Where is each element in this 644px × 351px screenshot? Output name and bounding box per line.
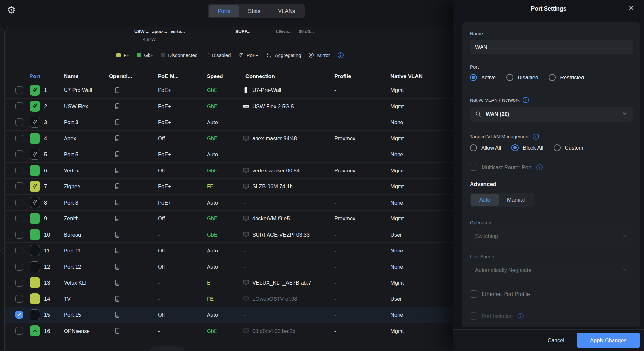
table-footer-pill[interactable] [150,346,184,351]
legend-item-aggregating: Aggregating [266,52,301,58]
operation-value: Switching [475,233,498,239]
column-header-nativevlan[interactable]: Native VLAN [390,73,423,79]
row-checkbox[interactable] [15,279,23,287]
radio-dot [554,144,561,151]
tab-vlans[interactable]: VLANs [269,5,304,17]
row-checkbox[interactable] [15,150,23,158]
ethernet-port-profile-checkbox[interactable]: Ethernet Port Profile [470,290,633,298]
port-number: 2 [44,103,47,109]
native-vlan-select[interactable]: WAN (20) [470,107,633,122]
radio-tagged-allow-all[interactable]: Allow All [470,144,501,151]
port-name: Port 15 [64,312,81,318]
radio-dot [511,144,519,151]
mode-auto[interactable]: Auto [471,194,499,206]
port-status-badge [30,277,40,288]
radio-dot [506,74,513,81]
apply-changes-button[interactable]: Apply Changes [577,333,640,348]
port-speed: GbE [207,103,218,109]
switch-device-icon [113,295,121,303]
row-checkbox[interactable] [15,327,23,335]
radio-port-active[interactable]: Active [470,74,496,81]
computer-icon [242,295,250,302]
column-header-profile[interactable]: Profile [334,73,351,79]
radio-port-restricted[interactable]: Restricted [549,74,584,81]
connection: - [244,151,246,158]
panel-title: Port Settings [453,6,644,12]
port-isolation-checkbox[interactable]: Port Isolation [470,312,633,320]
row-checkbox[interactable] [15,102,23,110]
row-checkbox[interactable] [15,295,23,303]
port-number: 6 [44,167,47,173]
info-icon[interactable] [536,164,543,171]
column-header-port[interactable]: Port [30,73,40,79]
profile: - [334,151,336,158]
port-number: 4 [44,135,47,141]
column-header-poem[interactable]: PoE M... [158,73,179,79]
port-status-badge [30,197,40,208]
port-name: Zenith [64,216,79,222]
legend-label: Mirror [317,53,330,58]
info-icon[interactable] [337,52,344,59]
row-checkbox[interactable] [15,247,23,254]
cancel-button[interactable]: Cancel [548,337,564,344]
port-name: Zigbee [64,183,80,190]
legend-label: FE [124,53,130,58]
connection: dockerVM f9:e5 [252,216,290,222]
info-icon[interactable] [522,97,529,103]
legend-swatch [205,53,209,57]
row-checkbox[interactable] [15,199,23,206]
switch-device-icon [113,102,121,110]
info-icon[interactable] [532,133,539,140]
poe-mode: Off [158,248,165,254]
tab-stats[interactable]: Stats [239,5,269,17]
legend-item-disabled: Disabled [205,53,231,58]
port-speed: FE [207,296,214,302]
poe-mode: PoE+ [158,151,171,158]
connection: - [244,263,246,270]
port-legend: FEGbEDisconnectedDisabledPoE+Aggregating… [116,51,344,59]
row-checkbox[interactable] [15,86,23,94]
connection: LGwebOSTV ef:08 [252,296,297,302]
legend-label: Disabled [212,53,231,58]
radio-tagged-block-all[interactable]: Block All [511,144,543,151]
column-header-name[interactable]: Name [64,73,78,79]
link-speed-select: Automatically Negotiate [470,263,633,277]
column-header-speed[interactable]: Speed [207,73,223,79]
row-checkbox[interactable] [15,118,23,126]
radio-tagged-custom[interactable]: Custom [554,144,583,151]
column-header-operati[interactable]: Operati... [109,73,132,79]
port-speed: Auto [207,248,218,254]
port-status-badge [30,325,40,336]
close-icon[interactable]: × [626,3,637,14]
port-number: 13 [44,280,50,286]
port-status-badge [30,293,40,304]
legend-label: PoE+ [246,53,258,58]
settings-gear-icon[interactable]: ⚙ [6,5,17,16]
column-header-connection[interactable]: Connection [245,73,275,79]
row-checkbox[interactable] [15,263,23,271]
row-checkbox[interactable] [15,135,23,142]
row-checkbox[interactable] [15,167,23,174]
chevron-down-icon [622,267,627,274]
legend-label: Disconnected [168,53,197,58]
legend-item-mirror: Mirror [308,52,330,58]
profile: Proxmox [334,135,355,141]
poe-bolt-icon [238,52,244,58]
radio-port-disabled[interactable]: Disabled [506,74,538,81]
profile: - [334,248,336,254]
row-checkbox[interactable] [15,182,23,190]
row-checkbox[interactable] [15,311,23,319]
native-vlan: Mgmt [390,280,404,286]
name-input[interactable]: WAN [470,40,633,54]
tab-ports[interactable]: Ports [209,5,239,17]
port-status-badge [30,133,40,144]
switch-device-icon [113,199,121,206]
row-checkbox[interactable] [15,231,23,239]
device-label: 00:d0... [299,29,314,34]
tagged-vlan-radios: Allow AllBlock AllCustom [470,144,633,151]
port-speed: Auto [207,199,218,205]
multicast-router-checkbox: Multicast Router Port [470,164,633,171]
computer-icon [242,279,250,287]
mode-manual[interactable]: Manual [499,194,533,206]
row-checkbox[interactable] [15,215,23,222]
